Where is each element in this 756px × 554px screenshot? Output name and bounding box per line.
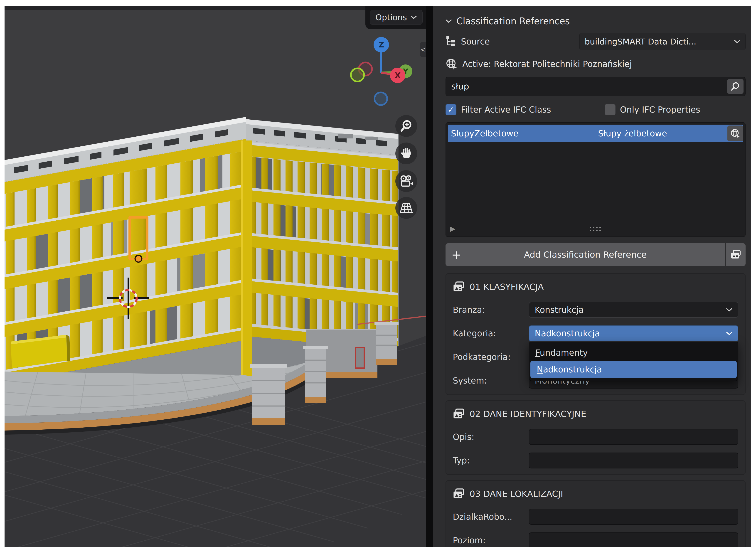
object-origin-dot xyxy=(135,255,142,262)
svg-text:Z: Z xyxy=(379,40,384,49)
typ-field[interactable] xyxy=(529,452,738,468)
add-classification-reference-button[interactable]: + Add Classification Reference xyxy=(446,243,725,266)
section-heading: 01 KLASYFIKACJA xyxy=(470,282,543,292)
card-icon xyxy=(731,250,741,260)
poziom-field[interactable] xyxy=(529,533,738,547)
outliner-icon xyxy=(446,36,456,47)
dzialka-field[interactable] xyxy=(529,509,738,525)
typ-label: Typ: xyxy=(453,456,529,465)
opis-field[interactable] xyxy=(529,429,738,445)
kategoria-select[interactable]: Nadkonstrukcja xyxy=(529,325,738,341)
panel-expand-chevron-icon[interactable] xyxy=(446,19,452,23)
axis-x-ball[interactable]: X xyxy=(390,68,405,83)
kategoria-dropdown-menu: Fundamenty Nadkonstrukcja xyxy=(529,342,738,381)
search-bar xyxy=(446,77,746,96)
globe-cursor-icon xyxy=(730,128,741,139)
section-heading: 02 DANE IDENTYFIKACYJNE xyxy=(470,409,586,419)
search-icon xyxy=(731,81,740,92)
poziom-label: Poziom: xyxy=(453,536,529,545)
axis-z-ball[interactable]: Z xyxy=(373,37,389,52)
chevron-down-icon xyxy=(726,308,733,312)
checkbox-unchecked-icon xyxy=(604,104,616,115)
card-icon xyxy=(453,408,465,420)
checkbox-label: Filter Active IFC Class xyxy=(461,105,551,115)
filter-active-ifc-class-checkbox[interactable]: ✓ Filter Active IFC Class xyxy=(446,104,604,115)
source-dropdown[interactable]: buildingSMART Data Dicti... xyxy=(579,33,746,50)
viewport-header-strip xyxy=(5,6,426,10)
menu-item-fundamenty[interactable]: Fundamenty xyxy=(529,344,738,361)
zoom-tool-button[interactable] xyxy=(395,115,417,137)
checkbox-checked-icon: ✓ xyxy=(446,104,456,115)
menu-item-nadkonstrukcja[interactable]: Nadkonstrukcja xyxy=(530,361,737,378)
podkategoria-label: Podkategoria: xyxy=(453,352,529,362)
hand-icon xyxy=(399,147,413,160)
system-label: System: xyxy=(453,376,529,386)
source-label: Source xyxy=(461,37,490,47)
only-ifc-properties-checkbox[interactable]: Only IFC Properties xyxy=(604,104,700,115)
axis-neg-y-ball[interactable] xyxy=(351,68,364,81)
panel-title: Classification References xyxy=(456,16,570,26)
add-button-label: Add Classification Reference xyxy=(524,250,647,260)
kategoria-label: Kategoria: xyxy=(453,329,529,338)
list-resize-grip[interactable] xyxy=(589,226,602,232)
opis-label: Opis: xyxy=(453,432,529,442)
red-door xyxy=(356,348,364,368)
camera-icon xyxy=(399,174,413,188)
dzialka-label: DzialkaRobo... xyxy=(453,512,529,522)
branza-value: Konstrukcja xyxy=(535,305,584,315)
branza-select[interactable]: Konstrukcja xyxy=(529,302,738,318)
search-button[interactable] xyxy=(727,79,744,94)
axis-neg-z-ball[interactable] xyxy=(374,92,387,105)
options-button[interactable]: Options xyxy=(370,10,423,25)
classification-reference-list: SlupyZelbetowe Słupy żelbetowe ▶ xyxy=(446,122,746,237)
chevron-down-icon xyxy=(734,40,740,44)
svg-text:X: X xyxy=(395,71,401,80)
chevron-down-icon xyxy=(411,15,417,19)
blender-window: Options Y X Z xyxy=(5,6,751,547)
section-02-dane-identyfikacyjne: 02 DANE IDENTYFIKACYJNE Opis: Typ: xyxy=(446,400,746,475)
navigation-gizmo[interactable]: Y X Z xyxy=(350,33,418,108)
branza-label: Branza: xyxy=(453,305,529,315)
card-icon xyxy=(453,281,465,292)
list-disclosure-triangle-icon[interactable]: ▶ xyxy=(450,225,455,233)
options-label: Options xyxy=(375,13,407,22)
screenshot-root: { "viewport": { "options_button": "Optio… xyxy=(0,0,756,554)
card-icon xyxy=(453,488,465,500)
list-row-slupy-zelbetowe[interactable]: SlupyZelbetowe Słupy żelbetowe xyxy=(448,125,743,142)
list-footer: ▶ xyxy=(446,224,745,234)
magnifier-plus-icon xyxy=(399,119,413,133)
row-identification: SlupyZelbetowe xyxy=(448,129,598,138)
row-globe-button[interactable] xyxy=(728,125,743,142)
source-value: buildingSMART Data Dicti... xyxy=(585,37,696,46)
collapse-chevron: < xyxy=(420,46,426,54)
row-name: Słupy żelbetowe xyxy=(598,129,726,138)
globe-cursor-icon xyxy=(446,58,458,70)
section-heading: 03 DANE LOKALIZACJI xyxy=(470,489,563,499)
viewport-header-right: Options xyxy=(365,6,426,29)
active-classification-text: Active: Rektorat Politechniki Poznańskie… xyxy=(462,59,632,69)
section-03-dane-lokalizacji: 03 DANE LOKALIZACJI DzialkaRobo... Pozio… xyxy=(446,480,746,547)
classification-panel: Classification References Source buildin… xyxy=(433,6,751,547)
editor-divider[interactable] xyxy=(426,6,433,547)
pan-tool-button[interactable] xyxy=(395,143,417,164)
checkbox-label: Only IFC Properties xyxy=(620,105,700,115)
chevron-down-icon xyxy=(726,331,733,335)
sidebar-collapse-handle[interactable]: < xyxy=(420,42,426,57)
grid-toggle-button[interactable] xyxy=(395,197,417,219)
camera-view-button[interactable] xyxy=(395,170,417,192)
3d-viewport[interactable]: Options Y X Z xyxy=(5,6,426,547)
search-input[interactable] xyxy=(451,81,727,92)
grid-icon xyxy=(399,202,413,214)
section-01-klasyfikacja: 01 KLASYFIKACJA Branza: Konstrukcja Kate… xyxy=(446,273,746,395)
kategoria-value: Nadkonstrukcja xyxy=(535,329,600,338)
classification-extra-button[interactable] xyxy=(726,243,746,266)
